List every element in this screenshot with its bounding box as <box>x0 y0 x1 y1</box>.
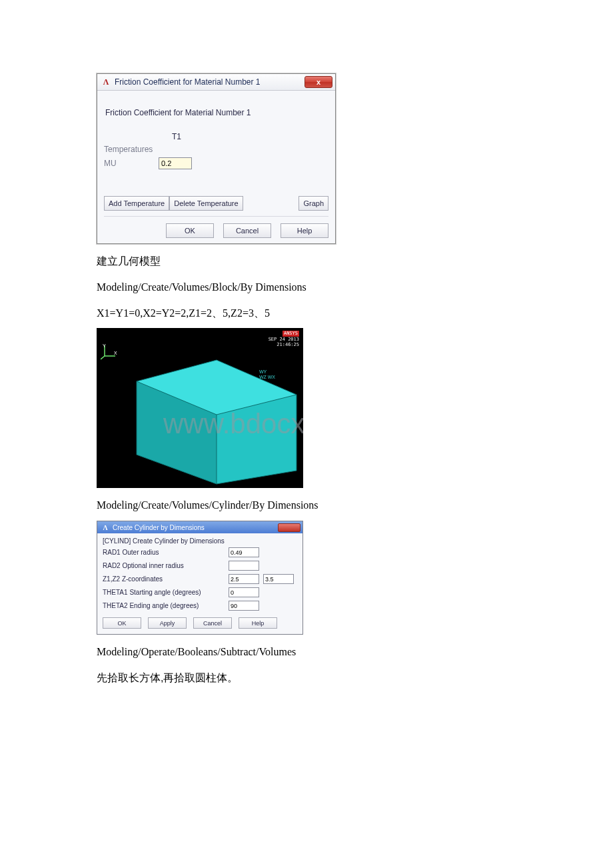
dialog2-titlebar: Λ Create Cylinder by Dimensions <box>97 521 303 533</box>
temperatures-label: Temperatures <box>104 145 159 154</box>
friction-dialog: Λ Friction Coefficient for Material Numb… <box>97 73 336 244</box>
dialog2-buttons: OK Apply Cancel Help <box>103 615 297 629</box>
theta2-label: THETA2 Ending angle (degrees) <box>103 602 226 609</box>
theta1-row: THETA1 Starting angle (degrees) <box>103 587 297 597</box>
rad2-input[interactable] <box>229 561 259 571</box>
help-button[interactable]: Help <box>239 617 277 629</box>
theta1-label: THETA1 Starting angle (degrees) <box>103 589 226 596</box>
help-button[interactable]: Help <box>281 223 328 238</box>
dialog-main-label: Friction Coefficient for Material Number… <box>105 108 328 117</box>
rad2-label: RAD2 Optional inner radius <box>103 562 226 569</box>
menu-path-subtract: Modeling/Operate/Booleans/Subtract/Volum… <box>97 644 516 661</box>
apply-button[interactable]: Apply <box>148 617 187 629</box>
block-svg <box>97 328 303 488</box>
mu-label: MU <box>104 159 159 168</box>
rad1-label: RAD1 Outer radius <box>103 549 226 556</box>
cancel-button[interactable]: Cancel <box>193 617 232 629</box>
menu-path-cylinder: Modeling/Create/Volumes/Cylinder/By Dime… <box>97 497 516 514</box>
spacer <box>243 196 299 211</box>
close-button[interactable]: x <box>305 76 332 88</box>
document-page: Λ Friction Coefficient for Material Numb… <box>0 0 613 720</box>
mu-input[interactable] <box>159 157 192 169</box>
dialog2-body: [CYLIND] Create Cylinder by Dimensions R… <box>97 533 303 634</box>
rad2-row: RAD2 Optional inner radius <box>103 561 297 571</box>
text-build-geometry: 建立几何模型 <box>97 253 516 270</box>
ansys-viewport: ANSYS SEP 24 2013 21:46:25 Y X WY WZ WX <box>97 328 303 488</box>
z2-input[interactable] <box>263 574 294 584</box>
dialog2-title: Create Cylinder by Dimensions <box>113 524 275 531</box>
text-pick-order: 先拾取长方体,再拾取圆柱体。 <box>97 670 516 687</box>
cancel-button[interactable]: Cancel <box>223 223 271 238</box>
coords-text: X1=Y1=0,X2=Y2=2,Z1=2、5,Z2=3、5 <box>97 305 516 322</box>
delete-temperature-button[interactable]: Delete Temperature <box>169 196 243 211</box>
ok-button[interactable]: OK <box>166 223 214 238</box>
z1-input[interactable] <box>229 574 259 584</box>
rad1-row: RAD1 Outer radius <box>103 547 297 557</box>
graph-button[interactable]: Graph <box>299 196 328 211</box>
theta2-row: THETA2 Ending angle (degrees) <box>103 601 297 611</box>
dialog-titlebar: Λ Friction Coefficient for Material Numb… <box>97 74 335 91</box>
rad1-input[interactable] <box>229 547 259 557</box>
theta2-input[interactable] <box>229 601 259 611</box>
dialog2-header: [CYLIND] Create Cylinder by Dimensions <box>103 537 297 545</box>
column-header: T1 <box>159 132 195 141</box>
lambda-icon: Λ <box>101 77 111 87</box>
menu-path-block: Modeling/Create/Volumes/Block/By Dimensi… <box>97 279 516 296</box>
close-button[interactable] <box>278 523 301 532</box>
cylinder-dialog: Λ Create Cylinder by Dimensions [CYLIND]… <box>97 521 303 635</box>
add-temperature-button[interactable]: Add Temperature <box>104 196 169 211</box>
z-label: Z1,Z2 Z-coordinates <box>103 575 226 583</box>
mu-grid: T1 Temperatures MU <box>104 132 328 169</box>
theta1-input[interactable] <box>229 587 259 597</box>
z-row: Z1,Z2 Z-coordinates <box>103 574 297 584</box>
dialog-temp-buttons: Add Temperature Delete Temperature Graph <box>104 196 328 211</box>
dialog-main-buttons: OK Cancel Help <box>104 216 328 238</box>
dialog-title: Friction Coefficient for Material Number… <box>115 77 301 87</box>
dialog-body: Friction Coefficient for Material Number… <box>97 91 335 243</box>
ok-button[interactable]: OK <box>103 617 141 629</box>
lambda-icon: Λ <box>101 523 110 532</box>
